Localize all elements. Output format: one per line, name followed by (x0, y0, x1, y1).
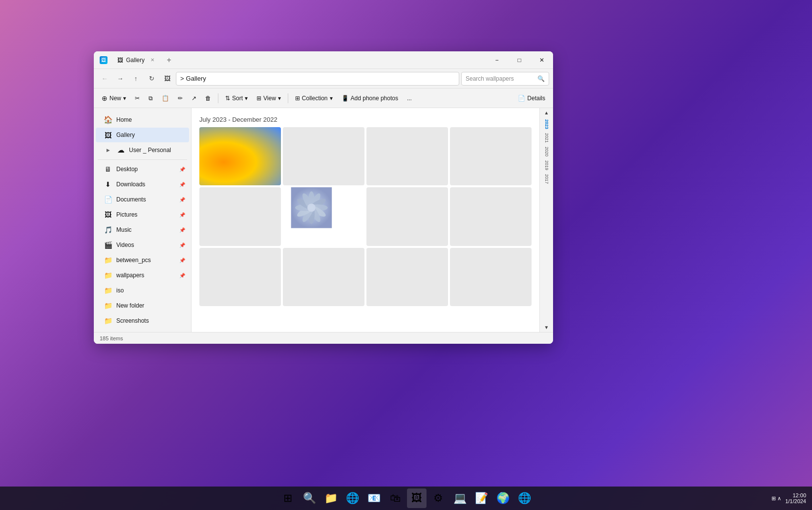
minimize-button[interactable]: − (486, 51, 508, 69)
add-phone-icon: 📱 (342, 95, 349, 102)
taskbar-system-tray[interactable]: ⊞ ∧ (771, 495, 781, 502)
timeline-year-2017[interactable]: 2017 (544, 174, 549, 184)
gallery-cell-10[interactable] (283, 248, 364, 306)
sidebar-item-iso[interactable]: 📁 iso (96, 283, 189, 298)
more-label: ... (407, 95, 412, 102)
taskbar-settings-icon[interactable]: ⚙ (428, 488, 448, 508)
timeline-year-2020[interactable]: 2020 (544, 147, 549, 156)
forward-button[interactable]: → (113, 72, 127, 86)
cut-icon: ✂ (135, 95, 140, 102)
more-button[interactable]: ... (403, 91, 416, 106)
home-icon: 🏠 (104, 115, 112, 124)
taskbar-start-button[interactable]: ⊞ (278, 488, 298, 508)
back-button[interactable]: ← (98, 72, 111, 86)
wallpaper2-image (283, 187, 340, 228)
gallery-cell-12[interactable] (450, 248, 532, 306)
sidebar-item-wallpapers[interactable]: 📁 wallpapers 📌 (96, 268, 189, 283)
pin-icon-videos: 📌 (179, 243, 185, 248)
delete-button[interactable]: 🗑 (201, 91, 215, 106)
sidebar-item-documents[interactable]: 📄 Documents 📌 (96, 192, 189, 207)
folder-icon-between-pcs: 📁 (104, 256, 112, 264)
new-dropdown-icon: ▾ (123, 95, 126, 102)
taskbar-terminal-icon[interactable]: 💻 (450, 488, 470, 508)
paste-icon: 📋 (162, 95, 169, 102)
sidebar: 🏠 Home 🖼 Gallery ▶ ☁ User _ Personal 🖥 D… (94, 108, 192, 332)
search-box[interactable]: Search wallpapers 🔍 (461, 72, 549, 86)
view-button[interactable]: ⊞ View ▾ (253, 91, 285, 106)
gallery-cell-8[interactable] (450, 187, 532, 245)
sidebar-item-downloads[interactable]: ⬇ Downloads 📌 (96, 177, 189, 192)
sidebar-item-music[interactable]: 🎵 Music 📌 (96, 222, 189, 237)
taskbar-search-button[interactable]: 🔍 (299, 488, 319, 508)
timeline-down-button[interactable]: ▼ (544, 325, 549, 330)
gallery-cell-1[interactable] (199, 127, 281, 185)
gallery-cell-9[interactable] (199, 248, 281, 306)
taskbar-notepad-icon[interactable]: 📝 (471, 488, 491, 508)
main-content: 🏠 Home 🖼 Gallery ▶ ☁ User _ Personal 🖥 D… (94, 108, 553, 332)
path-text: Gallery (186, 75, 206, 82)
taskbar-photos-icon[interactable]: 🖼 (407, 488, 427, 508)
details-button[interactable]: 📄 Details (514, 91, 549, 106)
timeline-year-2021[interactable]: 2021 (544, 133, 549, 143)
file-explorer-window: 🖼 🖼 Gallery ✕ + − □ ✕ ← → ↑ ↻ 🖼 (94, 51, 553, 344)
gallery-cell-11[interactable] (366, 248, 448, 306)
maximize-button[interactable]: □ (508, 51, 531, 69)
gallery-tab-close[interactable]: ✕ (150, 57, 154, 63)
collection-button[interactable]: ⊞ Collection ▾ (291, 91, 337, 106)
timeline-year-2023[interactable]: 2023 (544, 119, 549, 129)
up-button[interactable]: ↑ (129, 72, 143, 86)
gallery-cell-4[interactable] (450, 127, 532, 185)
cut-button[interactable]: ✂ (131, 91, 144, 106)
sidebar-label-documents: Documents (116, 196, 146, 203)
photos-button[interactable]: 🖼 (160, 72, 174, 86)
svg-point-13 (307, 204, 316, 212)
refresh-button[interactable]: ↻ (145, 72, 158, 86)
add-phone-button[interactable]: 📱 Add phone photos (338, 91, 402, 106)
copy-button[interactable]: ⧉ (145, 91, 157, 106)
sidebar-item-videos[interactable]: 🎬 Videos 📌 (96, 238, 189, 252)
details-icon: 📄 (518, 95, 525, 102)
taskbar-edge-icon[interactable]: 🌍 (493, 488, 513, 508)
sidebar-item-home[interactable]: 🏠 Home (96, 112, 189, 127)
paste-button[interactable]: 📋 (158, 91, 173, 106)
sort-button[interactable]: ⇅ Sort ▾ (221, 91, 252, 106)
add-tab-button[interactable]: + (162, 53, 176, 67)
taskbar-file-explorer[interactable]: 📁 (321, 488, 341, 508)
sidebar-item-between-pcs[interactable]: 📁 between_pcs 📌 (96, 253, 189, 267)
taskbar-browser-icon[interactable]: 🌐 (342, 488, 362, 508)
address-path[interactable]: > Gallery (176, 72, 459, 86)
sidebar-item-user-personal[interactable]: ▶ ☁ User _ Personal (96, 143, 189, 157)
taskbar-edge2-icon[interactable]: 🌐 (514, 488, 534, 508)
taskbar-clock[interactable]: 12:001/1/2024 (785, 492, 806, 504)
share-button[interactable]: ↗ (188, 91, 200, 106)
sidebar-item-gallery[interactable]: 🖼 Gallery (96, 128, 189, 142)
sidebar-item-screenshots[interactable]: 📁 Screenshots (96, 313, 189, 328)
status-bar: 185 items (94, 332, 553, 344)
new-button[interactable]: ⊕ New ▾ (98, 91, 130, 106)
gallery-tab[interactable]: 🖼 Gallery ✕ (111, 53, 160, 67)
gallery-icon: 🖼 (104, 131, 112, 139)
sidebar-label-user-personal: User _ Personal (129, 147, 171, 154)
gallery-cell-2[interactable] (283, 127, 364, 185)
gallery-cell-3[interactable] (366, 127, 448, 185)
pin-icon-downloads: 📌 (179, 182, 185, 187)
window-controls: − □ ✕ (486, 51, 553, 69)
sidebar-item-new-folder[interactable]: 📁 New folder (96, 298, 189, 313)
taskbar-store-icon[interactable]: 🛍 (385, 488, 405, 508)
timeline-year-2019[interactable]: 2019 (544, 160, 549, 170)
gallery-cell-7[interactable] (366, 187, 448, 245)
gallery-cell-6[interactable] (283, 187, 364, 245)
rename-button[interactable]: ✏ (174, 91, 187, 106)
pin-icon-music: 📌 (179, 227, 185, 233)
sidebar-item-system-c[interactable]: 💽 System (C:) (96, 329, 189, 332)
desktop: 🖼 🖼 Gallery ✕ + − □ ✕ ← → ↑ ↻ 🖼 (0, 0, 812, 510)
documents-icon: 📄 (104, 196, 112, 203)
gallery-cell-5[interactable] (199, 187, 281, 245)
sidebar-label-wallpapers: wallpapers (116, 272, 144, 279)
close-button[interactable]: ✕ (531, 51, 553, 69)
folder-icon-wallpapers: 📁 (104, 271, 112, 279)
timeline-up-button[interactable]: ▲ (544, 110, 549, 115)
taskbar-mail-icon[interactable]: 📧 (364, 488, 384, 508)
sidebar-item-desktop[interactable]: 🖥 Desktop 📌 (96, 162, 189, 177)
sidebar-item-pictures[interactable]: 🖼 Pictures 📌 (96, 207, 189, 222)
